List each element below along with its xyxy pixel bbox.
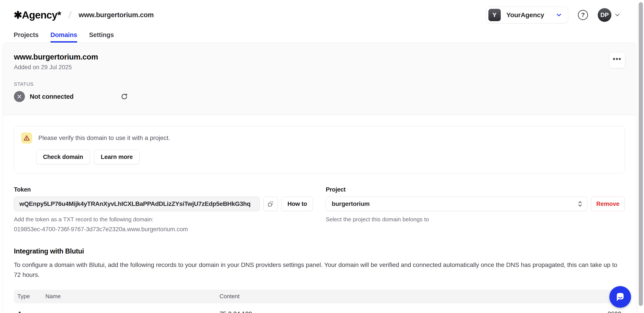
refresh-status-button[interactable] [120,92,128,100]
top-bar: ✱Agency* / www.burgertorium.com Y YourAg… [0,0,644,23]
how-to-button[interactable]: How to [282,196,313,211]
page-title: www.burgertorium.com [14,52,625,61]
remove-project-button[interactable]: Remove [591,196,625,211]
token-section: Token How to Add the token as a TXT reco… [14,186,313,233]
check-domain-button[interactable]: Check domain [36,150,90,164]
domain-card: www.burgertorium.com Added on 29 Jul 202… [3,42,636,313]
col-name: Name [46,293,220,300]
tab-domains[interactable]: Domains [50,31,77,42]
breadcrumb-domain: www.burgertorium.com [79,11,154,19]
agency-logo: ✱Agency* [14,9,61,21]
status-badge: Not connected [30,93,74,100]
table-header-row: Type Name Content TTL [14,290,625,303]
integration-heading: Integrating with Blutui [14,247,625,255]
token-input[interactable] [14,196,260,211]
top-right-cluster: Y YourAgency ? DP [486,6,620,23]
domain-menu-button[interactable]: ••• [609,52,625,68]
agency-name: YourAgency [506,11,551,19]
token-helper: Add the token as a TXT record to the fol… [14,216,313,223]
breadcrumb-separator: / [68,10,72,20]
chat-bubble-icon [614,291,626,303]
chat-messenger-button[interactable] [610,286,631,308]
select-chevrons-icon [578,200,582,207]
status-row: Not connected [14,91,625,102]
agency-avatar: Y [488,9,501,21]
project-select-value: burgertorium [332,200,370,208]
col-type: Type [18,293,46,300]
domain-card-header: www.burgertorium.com Added on 29 Jul 202… [3,43,636,115]
copy-icon [267,200,274,208]
table-row: A - 75.2.24.109 3600 [14,303,625,313]
page-scrollbar[interactable] [638,0,644,313]
project-label: Project [326,186,625,193]
chevron-down-icon [556,13,561,17]
integration-section: Integrating with Blutui To configure a d… [14,247,625,280]
verify-banner: Please verify this domain to use it with… [14,126,625,174]
user-menu[interactable]: DP [598,8,620,22]
token-target-domain: 019853ec-4700-736f-9767-3d73c7e2320a.www… [14,226,313,233]
added-date: Added on 29 Jul 2025 [14,64,625,71]
project-select[interactable]: burgertorium [326,196,587,211]
tab-projects[interactable]: Projects [14,31,38,42]
agency-switcher[interactable]: Y YourAgency [486,6,568,23]
not-connected-icon [14,91,25,102]
warning-icon [21,132,32,144]
record-ttl: 3600 [580,310,621,313]
col-content: Content [220,293,580,300]
project-helper: Select the project this domain belongs t… [326,216,625,223]
token-label: Token [14,186,313,193]
tab-bar: Projects Domains Settings [0,23,644,42]
integration-body: To configure a domain with Blutui, add t… [14,260,625,280]
verify-message: Please verify this domain to use it with… [38,134,170,142]
scrollbar-thumb[interactable] [639,2,643,306]
refresh-icon [120,92,128,100]
record-content: 75.2.24.109 [220,310,580,313]
project-section: Project burgertorium Remove Select the p… [326,186,625,233]
tab-settings[interactable]: Settings [89,31,114,42]
record-type: A [18,310,46,313]
domain-card-body: Please verify this domain to use it with… [3,115,636,313]
copy-token-button[interactable] [263,196,278,211]
avatar: DP [598,8,612,22]
dns-records-table: Type Name Content TTL A - 75.2.24.109 36… [14,290,625,313]
breadcrumb: ✱Agency* / www.burgertorium.com [14,9,154,21]
chevron-down-icon [615,13,620,17]
learn-more-button[interactable]: Learn more [94,150,140,164]
record-name: - [46,310,220,313]
help-icon[interactable]: ? [578,10,588,20]
status-label: STATUS [14,81,625,87]
